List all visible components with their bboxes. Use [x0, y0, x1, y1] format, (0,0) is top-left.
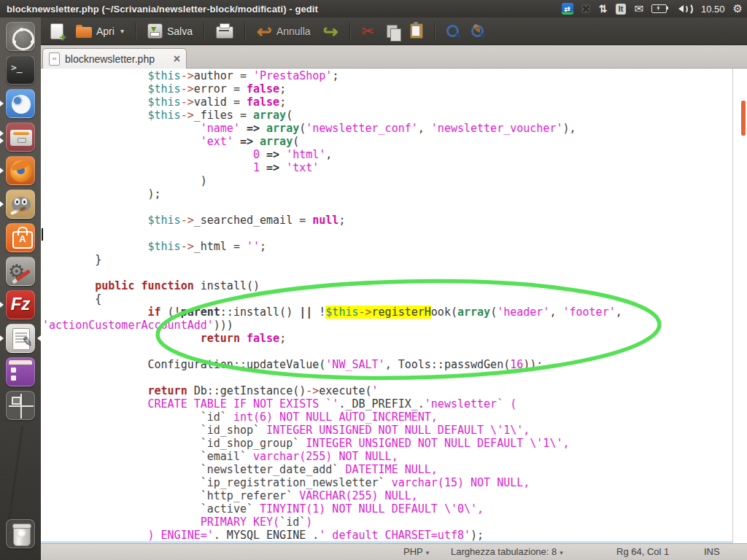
- launcher-item-dash[interactable]: [6, 22, 35, 51]
- launcher-item-system-settings[interactable]: ⚙: [6, 257, 35, 286]
- message-envelope-icon[interactable]: ✉: [634, 0, 643, 18]
- file-code-icon: ‹›: [49, 52, 60, 66]
- gedit-icon: ✎: [6, 324, 35, 353]
- battery-indicator[interactable]: [651, 0, 667, 18]
- tab-label: blocknewsletter.php: [65, 53, 155, 65]
- battery-icon: [651, 4, 667, 13]
- session-gear-icon[interactable]: ⚙: [733, 0, 743, 18]
- tab-blocknewsletter[interactable]: ‹› blocknewsletter.php ×: [42, 48, 187, 69]
- copy-button[interactable]: [382, 20, 403, 42]
- tab-close-icon[interactable]: ×: [174, 54, 180, 64]
- keyboard-layout-indicator[interactable]: It: [616, 0, 627, 18]
- clock[interactable]: 10.50: [701, 0, 725, 18]
- star-indicator-icon[interactable]: ✖: [581, 0, 591, 18]
- launcher-item-software-center[interactable]: A: [6, 223, 35, 252]
- paste-icon: [410, 23, 423, 39]
- launcher-item-terminal[interactable]: >_: [6, 55, 35, 85]
- tab-bar: ‹› blocknewsletter.php ×: [41, 45, 747, 69]
- software-center-icon: A: [6, 223, 35, 252]
- launcher-item-trash[interactable]: [6, 519, 35, 548]
- file-cabinet-icon: [6, 122, 35, 152]
- launcher-item-firefox[interactable]: [6, 156, 35, 185]
- top-panel: blocknewsletter.php (~/Scrivania/newslet…: [0, 0, 747, 18]
- redo-icon: ↪: [323, 23, 338, 39]
- tab-width-selector[interactable]: Larghezza tabulazione: 8▾: [451, 546, 563, 557]
- firefox-icon: [6, 156, 35, 185]
- open-folder-icon: [76, 27, 92, 38]
- new-document-icon: [50, 23, 63, 39]
- insert-mode-label: INS: [704, 546, 720, 557]
- open-button[interactable]: Apri ▾: [71, 20, 129, 42]
- print-icon: [216, 26, 233, 39]
- cursor-position-label: Rg 64, Col 1: [616, 546, 669, 557]
- search-button[interactable]: [441, 20, 464, 42]
- teamviewer-icon: ⇄: [562, 3, 573, 15]
- scrollbar-thumb[interactable]: [741, 101, 746, 136]
- language-selector[interactable]: PHP▾: [403, 546, 429, 557]
- cut-icon: ✂: [362, 23, 375, 40]
- open-dropdown-icon[interactable]: ▾: [120, 27, 124, 35]
- paste-button[interactable]: [405, 20, 428, 42]
- keyboard-layout-label: It: [616, 4, 627, 15]
- gimp-icon: [6, 190, 35, 219]
- system-settings-icon: ⚙: [6, 257, 35, 286]
- unity-launcher: >_ A ⚙ Fz ✎: [0, 18, 41, 560]
- purple-app-icon: [6, 357, 35, 386]
- save-button[interactable]: Salva: [142, 20, 198, 42]
- ubuntu-logo-icon: [12, 28, 34, 50]
- save-label: Salva: [167, 26, 193, 37]
- chromium-icon: [6, 89, 35, 118]
- open-label: Apri: [96, 26, 115, 37]
- undo-icon: ↩: [257, 23, 272, 39]
- trash-icon: [6, 519, 35, 548]
- language-dropdown-icon: ▾: [426, 549, 430, 556]
- filezilla-icon: Fz: [6, 290, 35, 319]
- cut-button[interactable]: ✂: [357, 20, 380, 42]
- text-editor-area[interactable]: $this->author = 'PrestaShop'; $this->err…: [41, 69, 747, 543]
- launcher-item-file-cabinet[interactable]: [6, 122, 35, 152]
- volume-indicator[interactable]: [675, 0, 693, 18]
- network-updown-icon[interactable]: ⇅: [599, 0, 608, 18]
- scrollbar-trough[interactable]: [732, 69, 747, 543]
- teamviewer-indicator-icon[interactable]: ⇄: [562, 0, 573, 18]
- system-tray: ⇄ ✖ ⇅ It ✉ 10.50 ⚙: [562, 0, 743, 18]
- status-bar: PHP▾ Larghezza tabulazione: 8▾ Rg 64, Co…: [41, 543, 747, 560]
- launcher-item-workspace-switcher[interactable]: [6, 391, 35, 420]
- gedit-toolbar: Apri ▾ Salva ↩ Annulla ↪ ✂ ✎: [41, 18, 747, 45]
- code-lines[interactable]: $this->author = 'PrestaShop'; $this->err…: [42, 69, 732, 542]
- print-button[interactable]: [211, 20, 239, 42]
- launcher-item-chromium[interactable]: [6, 89, 35, 118]
- launcher-item-gedit[interactable]: ✎: [6, 324, 35, 353]
- launcher-item-gimp[interactable]: [6, 190, 35, 219]
- undo-label: Annulla: [276, 26, 311, 37]
- launcher-item-purple-app[interactable]: [6, 357, 35, 386]
- text-caret: [42, 228, 43, 241]
- workspace-switcher-icon: [6, 391, 35, 420]
- new-document-button[interactable]: [45, 20, 69, 42]
- search-icon: [446, 25, 459, 37]
- window-title: blocknewsletter.php (~/Scrivania/newslet…: [0, 4, 318, 15]
- terminal-icon: >_: [11, 62, 23, 73]
- copy-icon: [387, 25, 398, 38]
- undo-button[interactable]: ↩ Annulla: [252, 20, 316, 42]
- save-icon: [147, 23, 163, 39]
- launcher-item-filezilla[interactable]: Fz: [6, 290, 35, 319]
- replace-button[interactable]: ✎: [466, 20, 489, 42]
- redo-button[interactable]: ↪: [318, 20, 344, 42]
- tab-width-dropdown-icon: ▾: [560, 549, 563, 556]
